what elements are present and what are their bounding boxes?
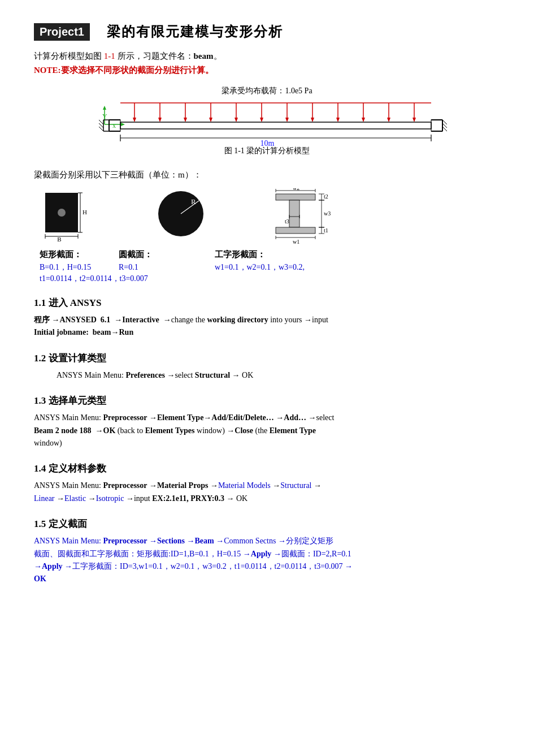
- section-1-1-text: 程序 →ANSYSED 6.1 →Interactive →change the…: [34, 314, 500, 339]
- svg-marker-29: [184, 118, 187, 122]
- svg-marker-25: [133, 118, 136, 122]
- svg-marker-43: [362, 118, 365, 122]
- svg-marker-47: [413, 118, 416, 122]
- svg-marker-27: [158, 118, 162, 122]
- svg-text:w1: w1: [293, 239, 299, 245]
- ibeam-label: 工字形截面：: [215, 249, 266, 260]
- circle-section-item: R: [153, 188, 209, 242]
- rect-section-item: H B: [40, 188, 90, 242]
- page-title: 梁的有限元建模与变形分析: [107, 23, 283, 41]
- beam-diagram: Y x: [86, 100, 448, 145]
- svg-marker-45: [387, 118, 390, 122]
- svg-rect-6: [120, 122, 431, 129]
- intro-line1: 计算分析模型如图 1-1 所示，习题文件名：beam。: [34, 51, 500, 62]
- circle-dims: R=0.1: [119, 262, 215, 272]
- section-1-1: 1.1 进入 ANSYS 程序 →ANSYSED 6.1 →Interactiv…: [34, 296, 500, 339]
- load-label: 梁承受均布载荷：1.0e5 Pa: [222, 86, 312, 96]
- svg-marker-33: [235, 118, 238, 122]
- svg-text:t2: t2: [324, 193, 328, 200]
- rect-dims: B=0.1，H=0.15: [40, 262, 119, 273]
- svg-rect-66: [276, 194, 315, 200]
- svg-text:10m: 10m: [260, 139, 274, 148]
- circle-label: 圆截面：: [119, 249, 215, 260]
- svg-marker-41: [336, 118, 340, 122]
- svg-text:H: H: [83, 209, 87, 215]
- rect-label: 矩形截面：: [40, 249, 119, 260]
- svg-marker-2: [103, 106, 106, 110]
- section-1-1-heading: 1.1 进入 ANSYS: [34, 296, 500, 309]
- section-1-4-text: ANSYS Main Menu: Preprocessor →Material …: [34, 479, 500, 505]
- section-1-5-heading: 1.5 定义截面: [34, 517, 500, 530]
- svg-rect-17: [431, 120, 442, 131]
- page-header: Project1 梁的有限元建模与变形分析: [34, 23, 500, 41]
- section-1-2-heading: 1.2 设置计算类型: [34, 352, 500, 365]
- sections-intro: 梁截面分别采用以下三种截面（单位：m）：: [34, 170, 500, 180]
- svg-text:t1: t1: [324, 227, 328, 234]
- svg-text:w2: w2: [293, 188, 299, 191]
- svg-marker-31: [209, 118, 212, 122]
- svg-marker-37: [285, 118, 289, 122]
- svg-marker-5: [121, 123, 125, 126]
- section-1-3: 1.3 选择单元类型 ANSYS Main Menu: Preprocessor…: [34, 394, 500, 450]
- section-1-2-text: ANSYS Main Menu: Preferences →select Str…: [57, 369, 500, 382]
- svg-marker-35: [260, 118, 263, 122]
- section-1-3-heading: 1.3 选择单元类型: [34, 394, 500, 407]
- note-text: NOTE:要求选择不同形状的截面分别进行计算。: [34, 65, 500, 76]
- project-badge: Project1: [34, 23, 90, 41]
- beam-svg: Y x: [86, 100, 448, 148]
- circle-section-svg: R: [153, 188, 209, 242]
- apply-button-2[interactable]: Apply: [42, 562, 63, 571]
- beam-diagram-container: 梁承受均布载荷：1.0e5 Pa Y x: [34, 86, 500, 164]
- section-1-5: 1.5 定义截面 ANSYS Main Menu: Preprocessor →…: [34, 517, 500, 586]
- ibeam-dims1: w1=0.1，w2=0.1，w3=0.2,: [215, 262, 305, 273]
- apply-button-1[interactable]: Apply: [251, 550, 272, 558]
- svg-text:B: B: [57, 236, 61, 242]
- ibeam-dims2: t1=0.0114，t2=0.0114，t3=0.007: [40, 274, 500, 284]
- ibeam-section-item: t2 w2 w3 t3 t1 w1: [266, 188, 339, 245]
- section-1-4-heading: 1.4 定义材料参数: [34, 462, 500, 475]
- section-1-5-text: ANSYS Main Menu: Preprocessor →Sections …: [34, 535, 500, 586]
- section-1-4: 1.4 定义材料参数 ANSYS Main Menu: Preprocessor…: [34, 462, 500, 505]
- svg-marker-39: [311, 118, 314, 122]
- svg-rect-68: [276, 227, 315, 234]
- svg-point-58: [58, 209, 66, 217]
- svg-text:w3: w3: [324, 210, 331, 217]
- svg-text:t3: t3: [285, 218, 289, 224]
- rect-section-svg: H B: [40, 188, 90, 242]
- section-1-2: 1.2 设置计算类型 ANSYS Main Menu: Preferences …: [34, 352, 500, 382]
- svg-rect-67: [289, 200, 299, 227]
- ibeam-section-svg: t2 w2 w3 t3 t1 w1: [266, 188, 339, 245]
- section-1-3-text: ANSYS Main Menu: Preprocessor →Element T…: [34, 412, 500, 450]
- svg-text:x: x: [112, 122, 116, 129]
- svg-text:R: R: [191, 197, 196, 206]
